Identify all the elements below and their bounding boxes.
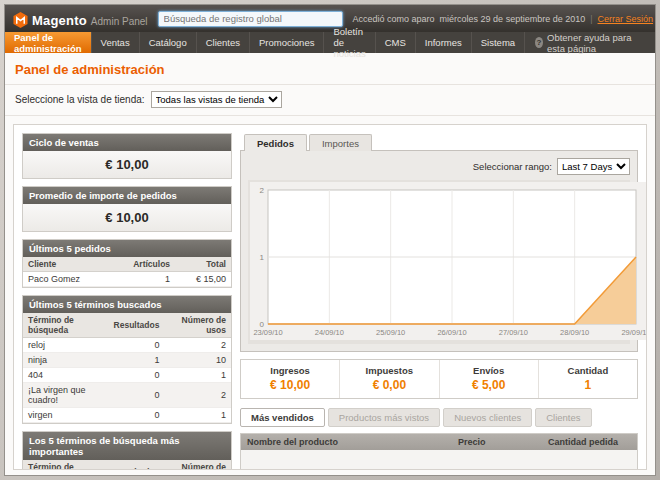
dashboard: Ciclo de ventas € 10,00 Promedio de impo… xyxy=(13,124,647,470)
nav-item-boletin[interactable]: Boletín de noticias xyxy=(324,32,375,53)
stat-label: Impuestos xyxy=(342,365,436,376)
search-term: ¡La virgen que cuadro! xyxy=(23,383,109,408)
lifetime-sales-value: € 10,00 xyxy=(23,151,231,178)
search-term: virgen xyxy=(23,408,109,423)
top-search-box: Los 5 términos de búsqueda más important… xyxy=(22,431,232,470)
search-uses: 1 xyxy=(164,368,231,383)
search-term-row[interactable]: 404 0 1 xyxy=(23,368,231,383)
stat-cantidad: Cantidad 1 xyxy=(538,360,637,398)
global-search-input[interactable] xyxy=(158,11,343,27)
help-link[interactable]: ? Obtener ayuda para esta página xyxy=(525,32,655,53)
column-header: Artículos xyxy=(110,257,175,272)
svg-text:26/09/10: 26/09/10 xyxy=(437,328,466,337)
nav-item-dashboard[interactable]: Panel de administración xyxy=(5,32,92,53)
admin-window: Magento Admin Panel Accedió como aparo m… xyxy=(4,4,656,476)
main-nav: Panel de administración Ventas Catálogo … xyxy=(5,32,655,53)
dashboard-right-column: Pedidos Importes Seleccionar rango: Last… xyxy=(240,133,638,461)
magento-logo: Magento Admin Panel xyxy=(13,9,148,28)
column-header: Nombre del producto xyxy=(241,434,452,450)
dashboard-left-column: Ciclo de ventas € 10,00 Promedio de impo… xyxy=(22,133,232,461)
svg-text:24/09/10: 24/09/10 xyxy=(315,328,344,337)
box-title: Ciclo de ventas xyxy=(23,134,231,151)
search-results: 0 xyxy=(109,368,165,383)
magento-logo-icon xyxy=(13,12,28,28)
svg-text:25/09/10: 25/09/10 xyxy=(376,328,405,337)
chart-pane: Seleccionar rango: Last 7 Days 23/09/102… xyxy=(240,151,638,352)
nav-item-ventas[interactable]: Ventas xyxy=(92,32,140,53)
chart-wrap: 23/09/1024/09/1025/09/1026/09/1027/09/10… xyxy=(248,180,630,344)
tab-clientes[interactable]: Clientes xyxy=(535,408,591,427)
search-term-row[interactable]: reloj 0 2 xyxy=(23,338,231,353)
logo-subtext: Admin Panel xyxy=(91,16,148,27)
column-header: Cantidad pedida xyxy=(542,434,637,450)
nav-item-informes[interactable]: Informes xyxy=(416,32,472,53)
search-term: ninja xyxy=(23,353,109,368)
order-customer: Paco Gomez xyxy=(23,272,110,287)
nav-item-clientes[interactable]: Clientes xyxy=(197,32,250,53)
search-term-row[interactable]: virgen 0 1 xyxy=(23,408,231,423)
search-uses: 2 xyxy=(164,383,231,408)
search-term-row[interactable]: ninja 1 10 xyxy=(23,353,231,368)
column-header: Total xyxy=(175,257,231,272)
box-title: Los 5 términos de búsqueda más important… xyxy=(23,432,231,460)
store-view-select[interactable]: Todas las vistas de tienda xyxy=(151,91,282,108)
search-results: 1 xyxy=(109,353,165,368)
tab-mas-vendidos[interactable]: Más vendidos xyxy=(240,408,325,427)
stat-value: € 10,00 xyxy=(243,378,337,392)
search-uses: 2 xyxy=(164,338,231,353)
tab-pedidos[interactable]: Pedidos xyxy=(244,134,307,151)
totals-bar: Ingresos € 10,00 Impuestos € 0,00 Envíos… xyxy=(240,359,638,399)
bestsellers-grid: Nombre del producto Precio Cantidad pedi… xyxy=(240,433,638,470)
column-header: Resultados xyxy=(109,460,165,470)
box-title: Últimos 5 pedidos xyxy=(23,240,231,257)
lifetime-sales-box: Ciclo de ventas € 10,00 xyxy=(22,133,232,179)
stat-impuestos: Impuestos € 0,00 xyxy=(339,360,438,398)
search-term: 404 xyxy=(23,368,109,383)
logged-in-as: Accedió como aparo xyxy=(353,14,435,24)
logout-link[interactable]: Cerrar Sesión xyxy=(598,14,654,24)
tab-productos-mas-vistos[interactable]: Productos más vistos xyxy=(328,408,440,427)
svg-text:23/09/10: 23/09/10 xyxy=(253,328,282,337)
order-row[interactable]: Paco Gomez 1 € 15,00 xyxy=(23,272,231,287)
search-uses: 10 xyxy=(164,353,231,368)
grid-header-row: Nombre del producto Precio Cantidad pedi… xyxy=(241,434,637,450)
table-header-row: Término de búsqueda Resultados Número de… xyxy=(23,313,231,338)
nav-list: Panel de administración Ventas Catálogo … xyxy=(5,32,525,53)
range-label: Seleccionar rango: xyxy=(473,161,552,172)
stat-value: 1 xyxy=(541,378,635,392)
table-header-row: Cliente Artículos Total xyxy=(23,257,231,272)
svg-text:0: 0 xyxy=(260,320,265,329)
global-search xyxy=(158,11,343,27)
top-search-table: Término de búsqueda Resultados Número de… xyxy=(23,460,231,470)
store-switcher-label: Seleccione la vista de tienda: xyxy=(15,94,145,105)
bottom-tabs: Más vendidos Productos más vistos Nuevos… xyxy=(240,408,638,427)
chart-tabs: Pedidos Importes xyxy=(240,133,638,151)
search-term-row[interactable]: ¡La virgen que cuadro! 0 2 xyxy=(23,383,231,408)
nav-item-cms[interactable]: CMS xyxy=(376,32,416,53)
nav-item-promociones[interactable]: Promociones xyxy=(250,32,324,53)
stat-label: Cantidad xyxy=(541,365,635,376)
box-title: Últimos 5 términos buscados xyxy=(23,296,231,313)
store-switcher: Seleccione la vista de tienda: Todas las… xyxy=(5,85,655,116)
nav-item-sistema[interactable]: Sistema xyxy=(472,32,525,53)
stat-label: Envíos xyxy=(442,365,536,376)
svg-text:27/09/10: 27/09/10 xyxy=(499,328,528,337)
help-label: Obtener ayuda para esta página xyxy=(547,32,645,54)
search-results: 0 xyxy=(109,338,165,353)
search-results: 0 xyxy=(109,383,165,408)
meta-separator: | xyxy=(590,14,592,24)
stat-value: € 0,00 xyxy=(342,378,436,392)
nav-item-catalogo[interactable]: Catálogo xyxy=(140,32,197,53)
stat-envios: Envíos € 5,00 xyxy=(439,360,538,398)
tab-importes[interactable]: Importes xyxy=(309,134,372,151)
stat-label: Ingresos xyxy=(243,365,337,376)
help-icon: ? xyxy=(535,37,543,48)
header-date: miércoles 29 de septiembre de 2010 xyxy=(440,14,586,24)
average-orders-value: € 10,00 xyxy=(23,204,231,231)
search-results: 0 xyxy=(109,408,165,423)
average-orders-box: Promedio de importe de pedidos € 10,00 xyxy=(22,186,232,232)
range-select[interactable]: Last 7 Days xyxy=(557,158,630,175)
tab-nuevos-clientes[interactable]: Nuevos clientes xyxy=(443,408,532,427)
orders-chart: 23/09/1024/09/1025/09/1026/09/1027/09/10… xyxy=(250,182,646,340)
grid-empty-message: No se encontraron registros. xyxy=(241,450,637,470)
